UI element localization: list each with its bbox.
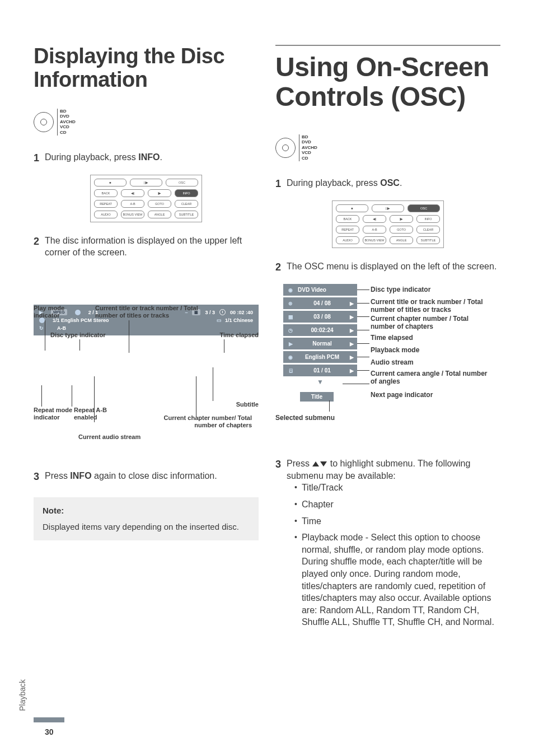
label-disc-type: Disc type indicator xyxy=(371,286,430,294)
step-num: 1 xyxy=(275,177,281,190)
left-step-3: 3 Press INFO again to close disc informa… xyxy=(34,470,259,483)
label-audio-stream: Audio stream xyxy=(371,359,414,367)
remote-btn: BACK xyxy=(94,189,118,197)
chevron-right-icon: ▶ xyxy=(350,354,354,360)
ab-value: A-B xyxy=(57,325,66,331)
remote-btn: GOTO xyxy=(390,226,413,234)
title-icon: ⊛ xyxy=(287,300,294,307)
right-step-2: 2 The OSC menu is displayed on the left … xyxy=(275,260,500,274)
text: Press xyxy=(287,459,312,468)
text: The disc information is displayed on the… xyxy=(45,235,259,259)
remote-btn: GOTO xyxy=(148,200,171,208)
osc-item: ▦ 03 / 08▶ xyxy=(283,311,357,323)
fmt: AVCHD xyxy=(60,119,76,125)
text: During playback, press xyxy=(45,152,138,162)
label-play-mode: Play mode indicator xyxy=(34,305,81,319)
key-info: INFO xyxy=(138,152,160,162)
remote-btn: CLEAR xyxy=(416,226,440,234)
fmt: AVCHD xyxy=(302,145,317,151)
text: Press xyxy=(45,471,70,480)
osc-value: 03 / 08 xyxy=(313,314,331,320)
key-osc: OSC xyxy=(380,178,400,188)
fmt: DVD xyxy=(60,114,76,119)
subtitle-value: 1/1 Chinese xyxy=(225,318,253,323)
label-disc-type: Disc type indicator xyxy=(50,332,105,339)
label-time-elapsed: Time elapsed xyxy=(371,334,413,342)
remote-diagram-right: ■ ||▶ OSC BACK ◀| |▶ INFO REPEAT A-B GOT… xyxy=(332,200,444,248)
chevron-right-icon: ▶ xyxy=(350,314,354,320)
note-body: Displayed items vary depending on the in… xyxy=(43,521,250,533)
chevron-right-icon: ▶ xyxy=(350,341,354,347)
list-item: •Title/Track xyxy=(294,482,500,494)
step-num: 3 xyxy=(34,470,39,483)
osc-item: ▶ Normal▶ xyxy=(283,338,357,349)
label-title-track: Current title or track number / Total nu… xyxy=(95,305,218,319)
step-num: 1 xyxy=(34,151,39,165)
remote-btn: ANGLE xyxy=(148,211,171,218)
osc-header-text: DVD Video xyxy=(298,287,326,293)
fmt: DVD xyxy=(302,139,317,145)
remote-btn: ■ xyxy=(336,204,368,212)
side-bar xyxy=(34,717,64,722)
left-title: Displaying the Disc Information xyxy=(34,45,259,92)
disc-icon xyxy=(275,138,296,158)
label-title-track: Current title or track number / Total nu… xyxy=(371,298,494,314)
remote-btn: SUBTITLE xyxy=(416,236,440,244)
left-step-2: 2 The disc information is displayed on t… xyxy=(34,235,259,259)
remote-btn: AUDIO xyxy=(94,211,118,218)
label-selected-submenu: Selected submenu xyxy=(275,414,335,422)
text: again to close disc information. xyxy=(92,471,217,480)
remote-btn: ANGLE xyxy=(390,236,413,244)
chapter-icon: ▦ xyxy=(287,313,294,321)
remote-btn: SUBTITLE xyxy=(175,211,198,218)
list-item: •Playback mode - Select this option to c… xyxy=(294,531,500,628)
bullet-icon: • xyxy=(294,482,297,494)
bullet-icon: • xyxy=(294,515,297,528)
angle-mini-icon: ⌼ xyxy=(287,367,294,375)
chevron-right-icon: ▶ xyxy=(350,368,354,374)
right-title: Using On-Screen Controls (OSC) xyxy=(275,45,500,112)
note-box: Note: Displayed items vary depending on … xyxy=(34,497,259,540)
remote-btn: OSC xyxy=(166,179,198,186)
remote-btn: A-B xyxy=(363,226,386,234)
remote-btn: ||▶ xyxy=(130,179,162,186)
remote-btn: ||▶ xyxy=(372,204,404,212)
step-num: 3 xyxy=(275,458,281,633)
note-title: Note: xyxy=(43,505,250,516)
right-step-3: 3 Press to highlight submenu. The follow… xyxy=(275,458,500,633)
clock-mini-icon: ◷ xyxy=(287,326,294,334)
right-step-1: 1 During playback, press OSC. xyxy=(275,177,500,190)
disc-formats-right: BD DVD AVCHD VCD CD xyxy=(275,134,500,161)
remote-btn: |▶ xyxy=(390,215,413,223)
osc-value: 01 / 01 xyxy=(313,367,331,374)
remote-btn: BACK xyxy=(336,215,359,223)
bullet-icon: • xyxy=(294,498,297,511)
clock-icon xyxy=(219,309,226,315)
chevron-right-icon: ▶ xyxy=(350,328,354,333)
fmt: BD xyxy=(302,134,317,140)
fmt: VCD xyxy=(60,124,76,130)
down-arrow-icon: ▼ xyxy=(283,378,357,386)
label-subtitle: Subtitle xyxy=(236,401,259,408)
step-num: 2 xyxy=(275,260,281,274)
remote-btn: ◀| xyxy=(363,215,386,223)
fmt: BD xyxy=(60,109,76,114)
label-next-page: Next page indicator xyxy=(371,391,433,399)
remote-btn: BONUS VIEW xyxy=(363,236,386,244)
side-tab: Playback xyxy=(18,679,27,711)
info-diagram: Play mode indicator Current title or tra… xyxy=(34,305,259,453)
label-chapter: Current chapter number / Total number of… xyxy=(371,315,494,331)
osc-value: 04 / 08 xyxy=(313,300,331,306)
remote-btn: |▶ xyxy=(148,189,171,197)
label-audio-stream: Current audio stream xyxy=(78,433,140,441)
osc-item: ◉ English PCM▶ xyxy=(283,351,357,363)
osc-value: 00:02:24 xyxy=(311,327,333,333)
osc-value: Normal xyxy=(312,340,331,347)
step-num: 2 xyxy=(34,235,39,259)
text: During playback, press xyxy=(287,178,380,188)
remote-btn: A-B xyxy=(121,200,144,208)
bullet-icon: • xyxy=(294,531,297,628)
remote-btn: REPEAT xyxy=(94,200,118,208)
time-value: 00 :02 :40 xyxy=(230,310,253,315)
remote-btn-highlighted: OSC xyxy=(407,204,440,212)
